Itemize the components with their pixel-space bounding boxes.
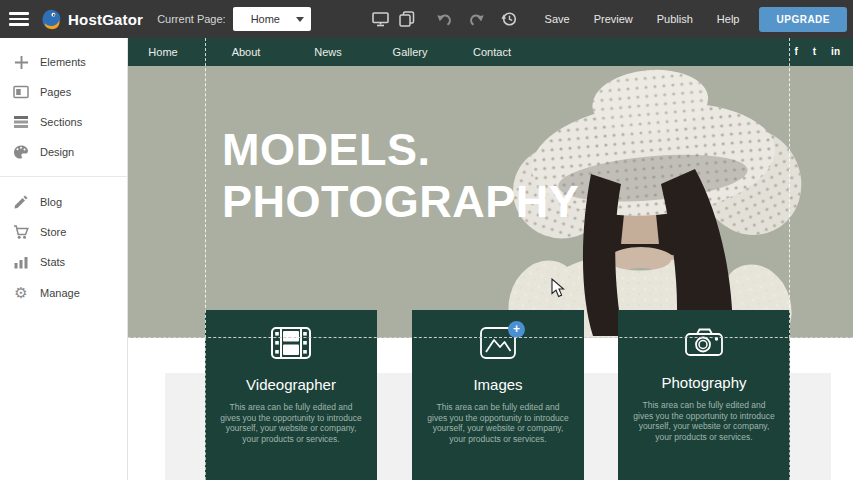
undo-icon[interactable]: [433, 7, 457, 31]
nav-item-about[interactable]: About: [206, 38, 286, 66]
sidebar-item-design[interactable]: Design: [0, 140, 128, 164]
feature-card-photography[interactable]: Photography This area can be fully edite…: [618, 310, 790, 480]
add-image-button[interactable]: +: [508, 321, 525, 338]
feature-card-videographer[interactable]: Videographer This area can be fully edit…: [205, 310, 377, 480]
sidebar-item-label: Sections: [40, 116, 82, 128]
preview-button[interactable]: Preview: [582, 7, 645, 31]
nav-item-home[interactable]: Home: [128, 38, 203, 66]
help-button[interactable]: Help: [705, 7, 752, 31]
hostgator-logo: HostGator: [39, 7, 143, 32]
mobile-view-icon[interactable]: [395, 7, 419, 31]
facebook-icon[interactable]: f: [794, 47, 797, 57]
hero-title-line2: PHOTOGRAPHY: [222, 176, 579, 228]
plus-icon: [13, 54, 29, 70]
bar-chart-icon: [13, 254, 29, 270]
card-title: Videographer: [205, 376, 377, 393]
publish-button[interactable]: Publish: [645, 7, 705, 31]
hostgator-mascot-icon: [39, 7, 64, 32]
twitter-icon[interactable]: t: [813, 47, 816, 57]
sidebar-item-label: Design: [40, 146, 74, 158]
card-description: This area can be fully edited and gives …: [412, 402, 584, 444]
editor-sidebar: Elements Pages Sections: [0, 38, 128, 480]
upgrade-button[interactable]: UPGRADE: [759, 7, 847, 32]
desktop-view-icon[interactable]: [369, 7, 393, 31]
save-button[interactable]: Save: [533, 7, 582, 31]
sidebar-item-label: Manage: [40, 287, 80, 299]
pencil-icon: [13, 194, 29, 210]
sidebar-item-pages[interactable]: Pages: [0, 80, 128, 104]
sidebar-item-store[interactable]: Store: [0, 220, 128, 244]
topbar-actions: Save Preview Publish Help UPGRADE: [369, 7, 849, 32]
app-window: HostGator Current Page: Home: [0, 0, 853, 480]
card-title: Images: [412, 376, 584, 393]
card-title: Photography: [618, 374, 790, 391]
page-dropdown[interactable]: Home: [233, 7, 311, 31]
site-canvas: Home About News Gallery Contact f t in: [128, 38, 853, 480]
pages-icon: [13, 84, 29, 100]
sidebar-item-sections[interactable]: Sections: [0, 110, 128, 134]
hero-section[interactable]: MODELS. PHOTOGRAPHY: [128, 66, 853, 338]
social-links: f t in: [794, 38, 853, 66]
sidebar-item-label: Store: [40, 226, 66, 238]
dropdown-caret-icon: [296, 17, 304, 22]
sidebar-item-label: Stats: [40, 256, 65, 268]
site-navbar: Home About News Gallery Contact f t in: [128, 38, 853, 66]
sidebar-item-blog[interactable]: Blog: [0, 190, 128, 214]
feature-card-images[interactable]: + Images This area can be fully edited a…: [412, 310, 584, 480]
sidebar-item-elements[interactable]: Elements: [0, 50, 128, 74]
palette-icon: [13, 144, 29, 160]
redo-icon[interactable]: [465, 7, 489, 31]
nav-item-gallery[interactable]: Gallery: [370, 38, 450, 66]
card-description: This area can be fully edited and gives …: [618, 400, 790, 442]
hero-title-line1: MODELS.: [222, 124, 579, 176]
sections-icon: [13, 114, 29, 130]
editor-topbar: HostGator Current Page: Home: [0, 0, 853, 38]
nav-item-news[interactable]: News: [288, 38, 368, 66]
sidebar-item-label: Elements: [40, 56, 86, 68]
hero-title[interactable]: MODELS. PHOTOGRAPHY: [222, 124, 579, 228]
sidebar-item-manage[interactable]: ⚙ Manage: [0, 281, 128, 305]
film-icon: [271, 327, 311, 363]
image-add-icon: +: [480, 327, 516, 363]
cart-icon: [13, 224, 29, 240]
sidebar-divider: [0, 176, 127, 177]
page-dropdown-value: Home: [251, 13, 280, 25]
gear-icon: ⚙: [13, 285, 29, 301]
nav-item-contact[interactable]: Contact: [452, 38, 532, 66]
sidebar-item-stats[interactable]: Stats: [0, 250, 128, 274]
menu-icon[interactable]: [9, 12, 29, 26]
sidebar-item-label: Pages: [40, 86, 71, 98]
current-page-label: Current Page:: [157, 13, 225, 25]
card-description: This area can be fully edited and gives …: [205, 402, 377, 444]
linkedin-icon[interactable]: in: [831, 47, 840, 57]
history-icon[interactable]: [497, 7, 521, 31]
brand-name: HostGator: [68, 11, 143, 28]
camera-icon: [684, 327, 724, 361]
sidebar-item-label: Blog: [40, 196, 62, 208]
